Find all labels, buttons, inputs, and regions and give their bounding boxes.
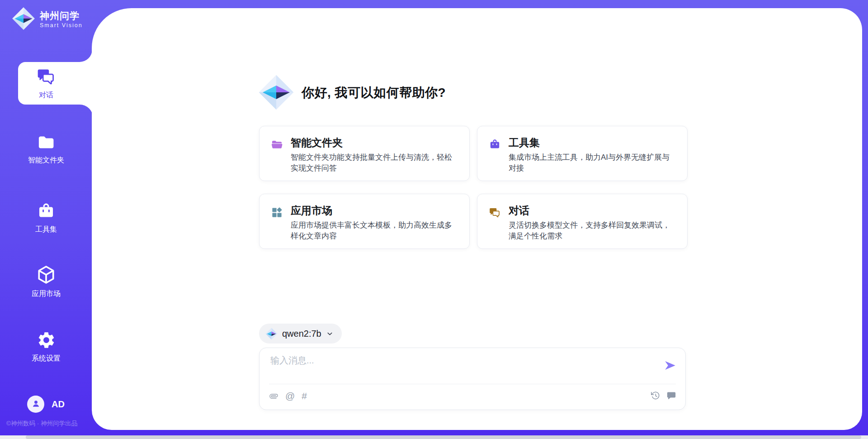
composer: @ # <box>259 348 686 410</box>
diamond-logo-icon <box>12 7 35 32</box>
tab-fillet-top <box>80 49 92 62</box>
copyright-text: ©神州数码 · 神州问学出品 <box>6 420 77 428</box>
tab-fillet-bottom <box>80 105 93 118</box>
user-profile[interactable]: AD <box>27 396 65 413</box>
greeting-text: 你好, 我可以如何帮助你? <box>302 84 446 101</box>
message-input[interactable] <box>269 353 660 382</box>
model-name: qwen2:7b <box>282 329 321 339</box>
sidebar-item-settings[interactable]: 系统设置 <box>0 330 92 363</box>
sidebar-item-label: 系统设置 <box>32 354 61 363</box>
composer-divider <box>269 384 676 384</box>
model-selector[interactable]: qwen2:7b <box>259 324 342 344</box>
brand-subtitle: Smart Vision <box>40 22 83 29</box>
sidebar-item-smart-folder[interactable]: 智能文件夹 <box>0 133 92 165</box>
card-title: 工具集 <box>509 136 540 150</box>
folder-icon <box>36 133 57 152</box>
brand-name: 神州问学 <box>40 10 83 21</box>
person-icon <box>31 398 41 410</box>
chat-icon <box>36 67 56 86</box>
avatar <box>27 396 44 413</box>
diamond-logo-icon <box>265 328 278 340</box>
sidebar-item-label: 工具集 <box>35 225 57 234</box>
sidebar-item-chat[interactable]: 对话 <box>0 67 92 100</box>
sidebar-item-label: 智能文件夹 <box>28 156 64 165</box>
appstore-icon <box>271 206 283 220</box>
card-smart-folder[interactable]: 智能文件夹 智能文件夹功能支持批量文件上传与清洗，轻松实现文件问答 <box>259 126 470 181</box>
briefcase-icon <box>489 138 501 153</box>
comment-icon[interactable] <box>666 391 676 401</box>
horizontal-scrollbar-track <box>0 435 868 439</box>
composer-tools-left: @ # <box>269 390 307 402</box>
card-description: 应用市场提供丰富长文本模板，助力高效生成多样化文章内容 <box>291 220 453 241</box>
sidebar-item-label: 应用市场 <box>32 289 61 299</box>
toolbox-icon <box>36 202 57 221</box>
user-initials: AD <box>52 399 65 410</box>
paperclip-icon[interactable] <box>269 391 278 401</box>
sidebar-item-toolset[interactable]: 工具集 <box>0 202 92 234</box>
card-description: 灵活切换多模型文件，支持多样回复效果调试，满足个性化需求 <box>509 220 671 241</box>
greeting-logo-icon <box>258 74 294 112</box>
brand: 神州问学 Smart Vision <box>12 7 83 32</box>
cube-icon <box>36 264 57 285</box>
horizontal-scrollbar-thumb[interactable] <box>26 435 861 439</box>
chat-icon <box>489 206 501 220</box>
card-chat[interactable]: 对话 灵活切换多模型文件，支持多样回复效果调试，满足个性化需求 <box>477 194 688 249</box>
hash-icon[interactable]: # <box>302 390 307 402</box>
card-title: 对话 <box>509 204 529 218</box>
card-description: 智能文件夹功能支持批量文件上传与清洗，轻松实现文件问答 <box>291 152 453 173</box>
send-icon[interactable] <box>664 359 676 372</box>
card-description: 集成市场上主流工具，助力AI与外界无缝扩展与对接 <box>509 152 671 173</box>
composer-tools-right <box>651 391 676 401</box>
card-toolset[interactable]: 工具集 集成市场上主流工具，助力AI与外界无缝扩展与对接 <box>477 126 688 181</box>
history-icon[interactable] <box>651 391 660 401</box>
card-app-market[interactable]: 应用市场 应用市场提供丰富长文本模板，助力高效生成多样化文章内容 <box>259 194 470 249</box>
chevron-down-icon <box>326 330 334 338</box>
folder-open-icon <box>271 138 283 153</box>
card-title: 应用市场 <box>291 204 332 218</box>
app-root: 神州问学 Smart Vision 对话 智能文件夹 <box>0 0 868 439</box>
mention-icon[interactable]: @ <box>285 390 295 402</box>
gear-icon <box>37 330 56 350</box>
main-panel: 你好, 我可以如何帮助你? 智能文件夹 智能文件夹功能支持批量文件上传与清洗，轻… <box>92 8 862 430</box>
sidebar-item-app-market[interactable]: 应用市场 <box>0 264 92 299</box>
card-title: 智能文件夹 <box>291 136 343 150</box>
sidebar-item-label: 对话 <box>39 91 53 100</box>
